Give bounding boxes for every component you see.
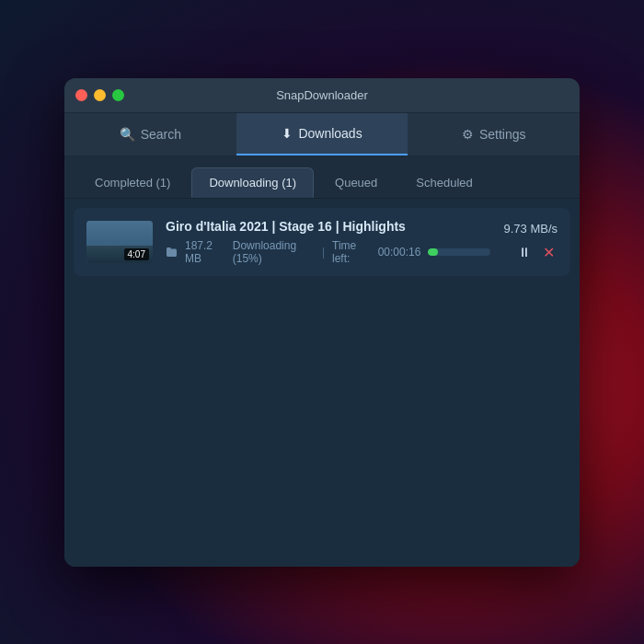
nav-settings[interactable]: ⚙ Settings (408, 113, 580, 155)
app-window: SnapDownloader 🔍 Search ⬇ Downloads ⚙ Se… (64, 78, 580, 567)
search-nav-label: Search (141, 127, 181, 142)
download-controls: ⏸ ✕ (515, 243, 558, 261)
folder-icon (166, 247, 178, 257)
tab-completed[interactable]: Completed (1) (77, 167, 188, 198)
title-bar: SnapDownloader (64, 78, 580, 113)
downloads-nav-label: Downloads (298, 126, 362, 141)
download-right: 9.73 MB/s ⏸ ✕ (503, 222, 558, 261)
tab-scheduled[interactable]: Scheduled (398, 167, 489, 198)
pause-button[interactable]: ⏸ (515, 243, 534, 261)
main-navigation: 🔍 Search ⬇ Downloads ⚙ Settings (64, 113, 580, 156)
progress-bar-fill (428, 248, 437, 256)
download-title: Giro d'Italia 2021 | Stage 16 | Highligh… (166, 219, 490, 234)
settings-nav-icon: ⚙ (462, 127, 474, 142)
app-title: SnapDownloader (276, 88, 368, 102)
maximize-button[interactable] (112, 89, 124, 101)
divider: | (322, 246, 325, 259)
progress-bar-container (428, 248, 490, 256)
download-meta: 187.2 MB Downloading (15%) | Time left: … (166, 239, 490, 265)
time-left-label: Time left: (332, 239, 371, 265)
sub-navigation: Completed (1) Downloading (1) Queued Sch… (64, 156, 580, 199)
video-thumbnail: 4:07 (86, 221, 153, 263)
close-button[interactable] (75, 89, 87, 101)
settings-nav-label: Settings (479, 127, 526, 142)
tab-queued[interactable]: Queued (317, 167, 395, 198)
download-status: Downloading (15%) (233, 239, 315, 265)
download-item: 4:07 Giro d'Italia 2021 | Stage 16 | Hig… (74, 208, 570, 276)
downloads-nav-icon: ⬇ (282, 126, 293, 141)
search-nav-icon: 🔍 (120, 127, 135, 142)
download-info: Giro d'Italia 2021 | Stage 16 | Highligh… (166, 219, 490, 265)
minimize-button[interactable] (94, 89, 106, 101)
nav-search[interactable]: 🔍 Search (64, 113, 236, 155)
tab-downloading[interactable]: Downloading (1) (191, 167, 314, 198)
file-size: 187.2 MB (185, 239, 225, 265)
download-list: 4:07 Giro d'Italia 2021 | Stage 16 | Hig… (64, 199, 580, 567)
window-controls (75, 89, 124, 101)
time-left-value: 00:00:16 (378, 246, 421, 259)
video-duration: 4:07 (124, 248, 149, 260)
nav-downloads[interactable]: ⬇ Downloads (236, 113, 408, 155)
cancel-button[interactable]: ✕ (539, 243, 558, 261)
download-speed: 9.73 MB/s (503, 222, 558, 236)
